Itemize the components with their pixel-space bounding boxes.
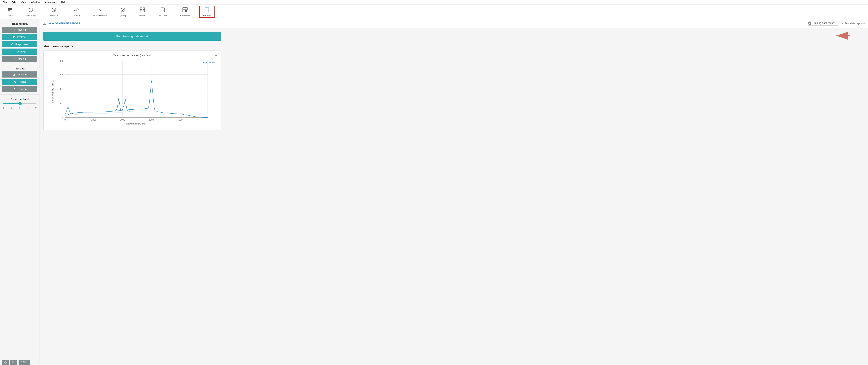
sidebar-analyze[interactable]: Analyze <box>2 49 37 55</box>
chart-stats-btn[interactable]: σ <box>208 53 213 58</box>
toolbar-model[interactable]: Model <box>136 6 149 18</box>
csv-label: CSV ▾ <box>21 361 28 364</box>
analyze-icon <box>13 50 16 53</box>
import-test-icon <box>12 73 15 76</box>
content-header: ✱ ✱ GENERATE REPORT Training data report… <box>39 19 868 28</box>
svg-text:1000: 1000 <box>91 118 96 121</box>
menu-edit[interactable]: Edit <box>11 0 17 4</box>
theme-toggle[interactable] <box>2 360 9 365</box>
menubar: File Edit View Window Advanced Help <box>0 0 868 5</box>
training-report-tab[interactable]: Training data report — <box>808 22 838 26</box>
sidebar-pretreat[interactable]: Pretreat <box>2 34 37 40</box>
svg-rect-25 <box>185 7 187 10</box>
doc-icon <box>42 21 47 25</box>
menu-window[interactable]: Window <box>30 0 41 4</box>
calibration-icon <box>51 7 57 14</box>
reports-icon <box>204 7 210 14</box>
training-data-title: Training data <box>0 21 39 26</box>
pretreat-icon <box>13 36 16 38</box>
svg-rect-16 <box>140 8 142 9</box>
svg-text:0.6: 0.6 <box>60 73 63 76</box>
svg-point-48 <box>5 362 6 363</box>
toolbar-data[interactable]: Data <box>4 6 17 18</box>
toolbar-prediction-label: Prediction <box>180 14 190 17</box>
sidebar-preprocess[interactable]: Preprocess <box>2 41 37 47</box>
menu-advanced[interactable]: Advanced <box>44 0 57 4</box>
chart-svg: 0.8 0.6 0.4 0.2 0 0 1000 2000 3000 4000 … <box>47 59 218 126</box>
svg-point-13 <box>121 8 125 12</box>
toolbar-line-9 <box>193 12 199 12</box>
svg-text:3000: 3000 <box>149 118 154 121</box>
toolbar-data-label: Data <box>8 14 12 17</box>
csv-btn[interactable]: CSV ▾ <box>19 360 30 365</box>
toolbar-reports[interactable]: Reports <box>199 6 215 18</box>
print-report-button[interactable]: Print training data report <box>43 32 221 41</box>
toolbar-line-4 <box>84 12 90 12</box>
chart-grid-btn[interactable]: ⊞ <box>214 53 218 58</box>
svg-rect-2 <box>8 10 10 11</box>
sidebar-export-test[interactable]: Export ▶ <box>2 86 37 92</box>
sidebar-predict[interactable]: Predict <box>2 79 37 85</box>
settings-btn[interactable] <box>10 360 18 365</box>
toolbar-prediction[interactable]: Prediction <box>177 6 193 18</box>
toolbar-line-3 <box>63 12 68 12</box>
generate-report-button[interactable]: ✱ ✱ GENERATE REPORT <box>49 22 80 25</box>
model-icon <box>140 7 145 14</box>
menu-view[interactable]: View <box>20 0 27 4</box>
svg-rect-26 <box>183 10 185 12</box>
test-report-tab[interactable]: Test data report + <box>841 22 865 25</box>
expertise-labels: 1 3 5 7 9 <box>3 107 36 109</box>
toolbar-normalization[interactable]: Normalization <box>90 6 110 18</box>
baseline-icon <box>73 7 79 14</box>
svg-rect-24 <box>183 7 185 10</box>
toolbar-line-1 <box>17 12 23 12</box>
expertise-7: 7 <box>27 107 28 109</box>
expertise-slider[interactable] <box>3 102 36 106</box>
toolbar-baseline[interactable]: Baseline <box>68 6 84 18</box>
svg-text:0: 0 <box>64 118 66 121</box>
bottom-toolbar: CSV ▾ <box>0 359 39 365</box>
sidebar-import-training[interactable]: Import ▶ <box>2 27 37 33</box>
toolbar-normalization-label: Normalization <box>93 14 106 17</box>
svg-marker-89 <box>65 78 208 118</box>
preprocess-icon <box>11 43 14 46</box>
chart-controls: σ ⊞ <box>208 53 218 58</box>
menu-file[interactable]: File <box>2 0 8 4</box>
export-icon <box>12 58 15 60</box>
expertise-thumb[interactable] <box>19 102 22 105</box>
chart-container: Mean over the data set (raw data) σ ⊞ me… <box>43 51 221 130</box>
svg-text:0.8: 0.8 <box>60 60 63 62</box>
expertise-3: 3 <box>11 107 12 109</box>
svg-rect-35 <box>13 37 14 38</box>
toolbar-line-7 <box>149 12 155 12</box>
svg-text:0: 0 <box>62 116 64 119</box>
sidebar-export-training[interactable]: Export ▶ <box>2 56 37 62</box>
testdata-icon <box>160 7 165 14</box>
svg-line-15 <box>123 9 124 11</box>
svg-point-41 <box>13 51 15 52</box>
svg-rect-1 <box>8 9 10 10</box>
training-report-icon <box>808 22 811 25</box>
predict-icon <box>13 81 16 83</box>
svg-text:2000: 2000 <box>120 118 125 121</box>
menu-help[interactable]: Help <box>60 0 67 4</box>
content-area: ✱ ✱ GENERATE REPORT Training data report… <box>39 19 868 365</box>
svg-rect-0 <box>8 8 10 9</box>
svg-text:0.4: 0.4 <box>60 88 64 90</box>
training-report-label: Training data report — <box>812 22 838 25</box>
import-icon <box>12 28 15 31</box>
sun-icon <box>4 361 7 364</box>
toolbar-despiking-label: Despiking <box>26 14 35 17</box>
test-data-title: Test data <box>0 66 39 71</box>
svg-text:Wavenumber / cm⁻¹: Wavenumber / cm⁻¹ <box>126 122 147 125</box>
gear-icon <box>12 361 14 364</box>
toolbar-calibration[interactable]: Calibration <box>45 6 63 18</box>
toolbar-testdata[interactable]: Test data <box>155 6 171 18</box>
main-layout: Training data Import ▶ Pretreat Preproce… <box>0 19 868 365</box>
toolbar-quality[interactable]: Quality <box>116 6 130 18</box>
content-body: Print training data report Mean sample s… <box>39 28 868 365</box>
toolbar-quality-label: Quality <box>120 14 126 17</box>
sidebar-import-test[interactable]: Import ▶ <box>2 71 37 78</box>
svg-point-10 <box>54 9 54 10</box>
toolbar-despiking[interactable]: Despiking <box>23 6 39 18</box>
